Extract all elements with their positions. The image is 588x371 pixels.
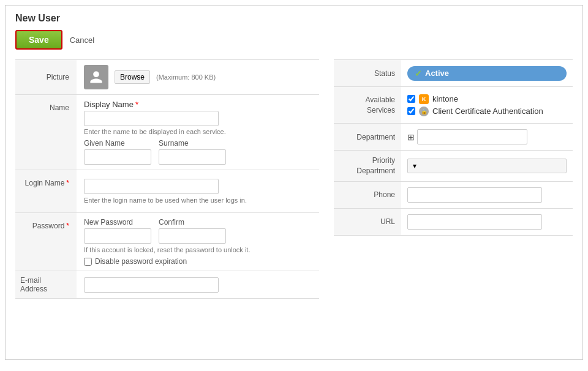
status-content: ✓ Active — [401, 61, 573, 86]
given-surname-row: Given Name Surname — [84, 139, 312, 165]
login-required-star: * — [66, 179, 69, 187]
phone-row: Phone — [334, 182, 573, 209]
priority-dept-content: ▾ — [401, 154, 573, 178]
kintone-checkbox[interactable] — [407, 95, 415, 103]
phone-label: Phone — [334, 182, 401, 208]
services-label: AvailableServices — [334, 87, 401, 123]
department-row: Department ⊞ — [334, 124, 573, 151]
given-name-group: Given Name — [84, 139, 151, 165]
picture-row: Picture Browse (Maximum: 800 KB) — [15, 60, 319, 95]
display-name-input[interactable] — [84, 111, 219, 126]
url-row: URL — [334, 209, 573, 236]
given-name-label: Given Name — [84, 139, 151, 148]
department-input[interactable] — [417, 129, 527, 144]
page-title: New User — [15, 13, 573, 24]
surname-label: Surname — [159, 139, 226, 148]
name-row: Name Display Name* Enter the name to be … — [15, 95, 319, 170]
browse-button[interactable]: Browse — [115, 70, 150, 84]
new-password-group: New Password — [84, 218, 151, 244]
cert-icon: 🔒 — [419, 107, 429, 116]
department-label: Department — [334, 124, 401, 150]
service-cert: 🔒 Client Certificate Authentication — [407, 107, 567, 116]
url-content — [401, 209, 573, 234]
email-content — [77, 271, 319, 298]
dept-input-wrapper: ⊞ — [407, 129, 567, 144]
service-kintone: K kintone — [407, 94, 567, 104]
kintone-icon: K — [419, 94, 429, 104]
main-layout: Picture Browse (Maximum: 800 KB) — [15, 59, 573, 299]
email-label: E-mail Address — [15, 271, 77, 298]
new-password-label: New Password — [84, 218, 151, 227]
surname-input[interactable] — [159, 149, 226, 165]
left-form: Picture Browse (Maximum: 800 KB) — [15, 59, 319, 299]
priority-dept-row: PriorityDepartment ▾ — [334, 151, 573, 182]
cert-checkbox[interactable] — [407, 107, 415, 115]
picture-max-size: (Maximum: 800 KB) — [156, 73, 216, 81]
picture-label: Picture — [15, 60, 77, 94]
department-content: ⊞ — [401, 124, 573, 149]
given-name-input[interactable] — [84, 149, 151, 165]
password-row: Password* New Password Confirm If this a — [15, 213, 319, 271]
status-label: Status — [334, 60, 401, 86]
password-hint: If this account is locked, reset the pas… — [84, 246, 312, 253]
display-name-hint: Enter the name to be displayed in each s… — [84, 128, 312, 135]
password-content: New Password Confirm If this account is … — [77, 213, 319, 271]
status-check-icon: ✓ — [415, 69, 422, 78]
surname-group: Surname — [159, 139, 226, 165]
priority-dept-dropdown[interactable]: ▾ — [407, 159, 567, 173]
password-row-inner: New Password Confirm — [84, 218, 312, 244]
priority-dept-label: PriorityDepartment — [334, 151, 401, 181]
tree-icon: ⊞ — [407, 132, 415, 142]
person-icon — [89, 70, 104, 84]
kintone-label: kintone — [432, 94, 458, 103]
picture-content: Browse (Maximum: 800 KB) — [77, 60, 319, 94]
save-button[interactable]: Save — [15, 30, 62, 50]
name-label: Name — [15, 95, 77, 170]
chevron-down-icon: ▾ — [413, 162, 417, 170]
confirm-input[interactable] — [159, 228, 226, 244]
display-name-label: Display Name* — [84, 100, 138, 109]
cancel-link[interactable]: Cancel — [70, 36, 94, 45]
new-password-input[interactable] — [84, 228, 151, 244]
phone-input[interactable] — [407, 187, 542, 203]
services-content: K kintone 🔒 Client Certificate Authentic… — [401, 89, 573, 121]
services-list: K kintone 🔒 Client Certificate Authentic… — [407, 94, 567, 116]
email-row: E-mail Address — [15, 271, 319, 299]
disable-expiration-checkbox[interactable] — [84, 258, 92, 266]
password-label: Password* — [15, 213, 77, 271]
status-badge[interactable]: ✓ Active — [407, 66, 567, 81]
login-name-row: Login Name* Enter the login name to be u… — [15, 170, 319, 213]
login-name-input[interactable] — [84, 179, 219, 194]
cert-label: Client Certificate Authentication — [432, 107, 543, 116]
disable-expiration-label: Disable password expiration — [95, 257, 187, 266]
name-content: Display Name* Enter the name to be displ… — [77, 95, 319, 170]
status-row: Status ✓ Active — [334, 60, 573, 87]
phone-content — [401, 182, 573, 208]
confirm-label: Confirm — [159, 218, 226, 227]
email-input[interactable] — [84, 277, 219, 293]
services-row: AvailableServices K kintone 🔒 Client Cer… — [334, 87, 573, 124]
pw-required-star: * — [66, 222, 69, 230]
picture-area: Browse (Maximum: 800 KB) — [84, 65, 312, 89]
login-name-hint: Enter the login name to be used when the… — [84, 197, 312, 204]
status-value: Active — [425, 69, 449, 78]
required-star: * — [135, 100, 138, 109]
disable-expiration-row: Disable password expiration — [84, 257, 312, 266]
right-form: Status ✓ Active AvailableServices — [334, 59, 573, 299]
confirm-group: Confirm — [159, 218, 226, 244]
url-label: URL — [334, 209, 401, 235]
url-input[interactable] — [407, 214, 542, 230]
avatar — [84, 65, 108, 89]
display-name-wrapper: Display Name* Enter the name to be displ… — [84, 100, 312, 135]
toolbar: Save Cancel — [15, 30, 573, 50]
login-name-content: Enter the login name to be used when the… — [77, 170, 319, 212]
login-name-label: Login Name* — [15, 170, 77, 212]
